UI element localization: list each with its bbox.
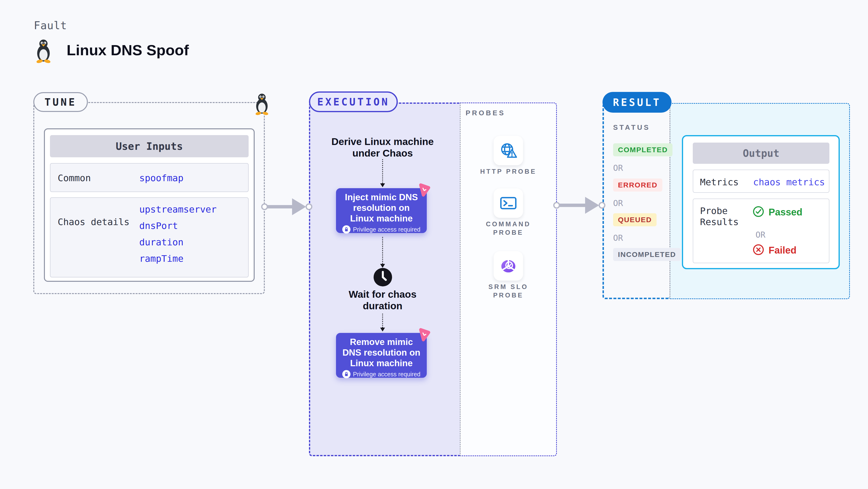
dotted-arrow — [382, 237, 383, 264]
metrics-label: Metrics — [700, 177, 739, 188]
row-value: upstreamserver — [139, 204, 217, 215]
status-label: STATUS — [613, 124, 650, 131]
connector-dot — [599, 202, 606, 209]
result-badge: RESULT — [602, 92, 672, 113]
flow-arrowhead — [292, 198, 306, 215]
row-value: rampTime — [139, 253, 183, 264]
status-badge-incompleted: INCOMPLETED — [613, 248, 681, 261]
output-header: Output — [693, 142, 829, 164]
clock-icon — [373, 267, 393, 287]
srm-slo-probe-label: SRM SLO PROBE — [474, 283, 542, 300]
metrics-row: Metrics chaos metrics — [693, 170, 829, 193]
http-probe-card — [494, 136, 523, 165]
remove-node-label: Remove mimic DNS resolution on Linux mac… — [336, 333, 427, 369]
globe-warning-icon — [499, 141, 518, 159]
flow-arrowhead — [585, 197, 599, 214]
command-probe-label: COMMAND PROBE — [474, 220, 542, 237]
probe-results-row: Probe Results Passed OR Failed — [693, 199, 829, 263]
flow-arrow — [265, 205, 293, 208]
privilege-label: Privilege access required — [353, 371, 420, 378]
x-circle-icon — [753, 244, 764, 256]
srm-slo-probe-card — [494, 251, 523, 281]
http-probe-label: HTTP PROBE — [474, 167, 542, 176]
remove-chaos-node: Remove mimic DNS resolution on Linux mac… — [336, 333, 427, 378]
metrics-value: chaos metrics — [753, 177, 825, 188]
or-label: OR — [613, 233, 623, 243]
table-row: Common spoofmap — [50, 163, 249, 192]
inject-node-label: Inject mimic DNS resolution on Linux mac… — [336, 188, 427, 224]
check-circle-icon — [753, 206, 764, 217]
or-label: OR — [755, 230, 766, 239]
flow-arrow — [557, 204, 585, 207]
penguin-icon — [254, 93, 269, 115]
table-row: Chaos details upstreamserver dnsPort dur… — [50, 197, 249, 278]
or-label: OR — [613, 163, 623, 173]
status-badge-queued: QUEUED — [613, 213, 656, 226]
dotted-arrow — [382, 159, 383, 183]
or-label: OR — [613, 198, 623, 208]
user-inputs-header: User Inputs — [50, 135, 249, 157]
dotted-arrow — [382, 314, 383, 328]
passed-label: Passed — [769, 207, 802, 218]
lock-icon — [342, 370, 350, 378]
command-probe-card — [494, 188, 523, 218]
result-status-section — [602, 103, 670, 299]
page-title: Linux DNS Spoof — [67, 41, 189, 59]
connector-dot — [553, 202, 560, 209]
output-card: Output Metrics chaos metrics Probe Resul… — [682, 135, 840, 269]
row-label: Chaos details — [58, 217, 129, 227]
status-badge-completed: COMPLETED — [613, 143, 673, 156]
litmus-chaos-icon — [415, 326, 432, 343]
probe-results-label: Probe Results — [700, 205, 743, 227]
row-value: spoofmap — [139, 173, 183, 183]
privilege-label: Privilege access required — [353, 226, 420, 233]
probes-label: PROBES — [466, 109, 505, 117]
status-badge-errored: ERRORED — [613, 178, 662, 192]
fault-eyebrow: Fault — [34, 19, 67, 32]
inject-chaos-node: Inject mimic DNS resolution on Linux mac… — [336, 188, 427, 233]
slo-donut-icon — [498, 256, 518, 276]
terminal-icon — [499, 195, 518, 211]
wait-step-label: Wait for chaos duration — [343, 289, 422, 312]
connector-dot — [261, 203, 268, 210]
connector-dot — [306, 203, 312, 210]
user-inputs-card: User Inputs Common spoofmap Chaos detail… — [44, 128, 255, 282]
litmus-chaos-icon — [415, 182, 432, 198]
failed-label: Failed — [769, 245, 797, 256]
row-label: Common — [58, 173, 91, 183]
execution-badge: EXECUTION — [309, 91, 398, 112]
derive-step-label: Derive Linux machine under Chaos — [332, 136, 434, 159]
row-value: dnsPort — [139, 221, 178, 231]
penguin-icon — [35, 39, 52, 63]
lock-icon — [342, 225, 350, 233]
fault-diagram: Fault Linux DNS Spoof TUNE User Inputs C… — [0, 0, 868, 489]
row-value: duration — [139, 237, 183, 248]
tune-badge: TUNE — [33, 92, 88, 112]
